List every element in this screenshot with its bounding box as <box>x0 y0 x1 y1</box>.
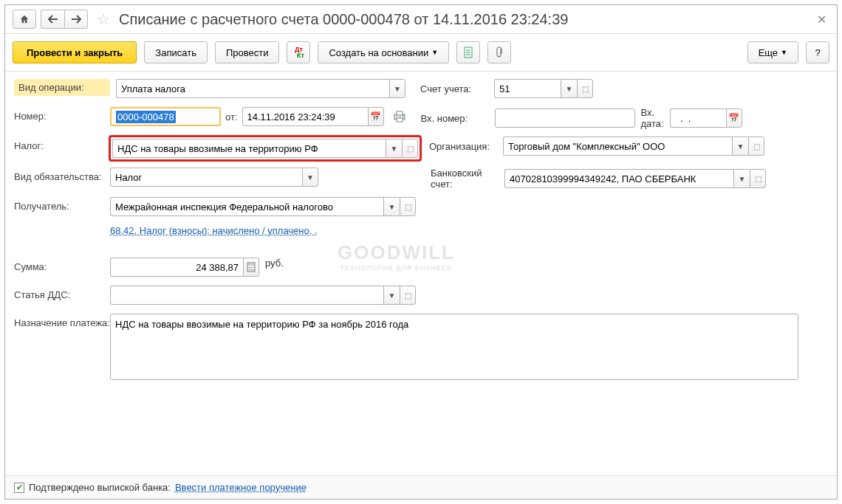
in-date-field[interactable]: 📅 <box>670 108 742 128</box>
date-field[interactable]: 📅 <box>242 107 384 126</box>
tax-label: Налог: <box>14 137 110 151</box>
svg-rect-9 <box>248 263 254 266</box>
sum-input[interactable] <box>110 258 243 277</box>
operation-type-label: Вид операции: <box>14 79 110 96</box>
svg-rect-6 <box>397 118 403 122</box>
form-area: Вид операции: ▼ Счет учета: ▼ ⬚ Номер: 0… <box>5 72 837 395</box>
svg-point-10 <box>249 267 250 269</box>
svg-point-11 <box>250 267 252 269</box>
window-title: Списание с расчетного счета 0000-000478 … <box>119 11 808 28</box>
sum-field[interactable] <box>110 258 259 277</box>
confirmed-label: Подтверждено выпиской банка: <box>29 482 171 493</box>
dtct-icon: Дт Кт <box>293 46 304 58</box>
attach-button[interactable] <box>487 41 511 63</box>
document-window: ☆ Списание с расчетного счета 0000-00047… <box>4 4 838 500</box>
purpose-textarea[interactable] <box>110 314 798 380</box>
tax-field[interactable]: ▼ ⬚ <box>112 139 418 158</box>
dtct-button[interactable]: Дт Кт <box>287 41 310 63</box>
cashflow-label: Статья ДДС: <box>14 286 110 300</box>
organization-label: Организация: <box>429 141 503 152</box>
calendar-icon[interactable]: 📅 <box>368 107 384 126</box>
dropdown-icon[interactable]: ▼ <box>732 137 748 156</box>
dropdown-icon[interactable]: ▼ <box>561 79 577 98</box>
favorite-star-icon[interactable]: ☆ <box>97 10 110 28</box>
cashflow-input[interactable] <box>110 286 383 305</box>
operation-type-input[interactable] <box>116 79 389 98</box>
post-button[interactable]: Провести <box>215 41 280 63</box>
account-field[interactable]: ▼ ⬚ <box>494 79 593 98</box>
open-icon[interactable]: ⬚ <box>402 139 418 158</box>
in-number-label: Вх. номер: <box>421 113 495 124</box>
operation-type-field[interactable]: ▼ <box>116 79 405 98</box>
confirmed-checkbox[interactable]: ✔ <box>14 483 24 493</box>
organization-input[interactable] <box>503 137 732 156</box>
close-icon[interactable]: ✕ <box>814 13 829 27</box>
from-label: от: <box>225 111 238 122</box>
account-label: Счет учета: <box>420 83 494 94</box>
number-value: 0000-000478 <box>116 111 176 123</box>
number-field[interactable]: 0000-000478 <box>110 107 221 126</box>
obligation-type-label: Вид обязательства: <box>14 168 110 182</box>
svg-point-14 <box>250 269 252 271</box>
open-icon[interactable]: ⬚ <box>577 79 593 98</box>
svg-point-15 <box>253 269 254 271</box>
distribution-link[interactable]: 68.42, Налог (взносы): начислено / уплач… <box>110 225 318 236</box>
svg-point-12 <box>253 267 254 269</box>
obligation-type-input[interactable] <box>110 168 302 187</box>
enter-payment-link[interactable]: Ввести платежное поручение <box>175 482 307 493</box>
open-icon[interactable]: ⬚ <box>748 137 764 156</box>
dropdown-icon[interactable]: ▼ <box>386 139 402 158</box>
organization-field[interactable]: ▼ ⬚ <box>503 137 764 156</box>
chevron-down-icon: ▼ <box>781 49 787 56</box>
tax-highlight: ▼ ⬚ <box>109 135 422 162</box>
recipient-label: Получатель: <box>14 197 110 212</box>
sum-label: Сумма: <box>14 258 110 272</box>
help-button[interactable]: ? <box>806 41 829 63</box>
in-number-input[interactable] <box>495 108 635 128</box>
chevron-down-icon: ▼ <box>431 49 438 56</box>
report-button[interactable] <box>456 41 480 63</box>
open-icon[interactable]: ⬚ <box>400 197 416 216</box>
calendar-icon[interactable]: 📅 <box>726 108 742 128</box>
account-input[interactable] <box>494 79 561 98</box>
back-button[interactable] <box>41 10 64 29</box>
post-and-close-button[interactable]: Провести и закрыть <box>13 41 137 63</box>
date-input[interactable] <box>242 107 368 126</box>
dropdown-icon[interactable]: ▼ <box>383 197 400 216</box>
save-button[interactable]: Записать <box>144 41 208 63</box>
toolbar: Провести и закрыть Записать Провести Дт … <box>5 34 837 72</box>
purpose-label: Назначение платежа: <box>14 314 110 328</box>
recipient-input[interactable] <box>110 197 383 216</box>
calculator-icon[interactable] <box>243 258 259 277</box>
in-date-label: Вх.дата: <box>641 107 664 129</box>
open-icon[interactable]: ⬚ <box>400 286 416 305</box>
footer: ✔ Подтверждено выпиской банка: Ввести пл… <box>5 475 837 499</box>
bank-account-label: Банковскийсчет: <box>431 168 504 190</box>
home-button[interactable] <box>13 10 36 29</box>
recipient-field[interactable]: ▼ ⬚ <box>110 197 416 216</box>
svg-point-7 <box>403 115 404 117</box>
number-label: Номер: <box>14 107 110 122</box>
cashflow-field[interactable]: ▼ ⬚ <box>110 286 416 305</box>
bank-account-field[interactable]: ▼ ⬚ <box>504 169 766 188</box>
title-bar: ☆ Списание с расчетного счета 0000-00047… <box>5 5 837 34</box>
svg-rect-5 <box>397 111 403 115</box>
dropdown-icon[interactable]: ▼ <box>383 286 400 305</box>
open-icon[interactable]: ⬚ <box>750 169 766 188</box>
bank-account-input[interactable] <box>504 169 733 188</box>
printer-icon[interactable] <box>393 111 406 122</box>
dropdown-icon[interactable]: ▼ <box>389 79 405 98</box>
create-based-on-button[interactable]: Создать на основании ▼ <box>318 41 449 63</box>
svg-point-13 <box>249 269 250 271</box>
tax-input[interactable] <box>112 139 386 158</box>
dropdown-icon[interactable]: ▼ <box>302 168 318 187</box>
obligation-type-field[interactable]: ▼ <box>110 168 318 187</box>
nav-group <box>13 10 88 29</box>
rub-label: руб. <box>265 258 284 269</box>
in-date-input[interactable] <box>670 108 726 128</box>
forward-button[interactable] <box>64 10 88 29</box>
dropdown-icon[interactable]: ▼ <box>733 169 750 188</box>
more-button[interactable]: Еще ▼ <box>747 41 798 63</box>
